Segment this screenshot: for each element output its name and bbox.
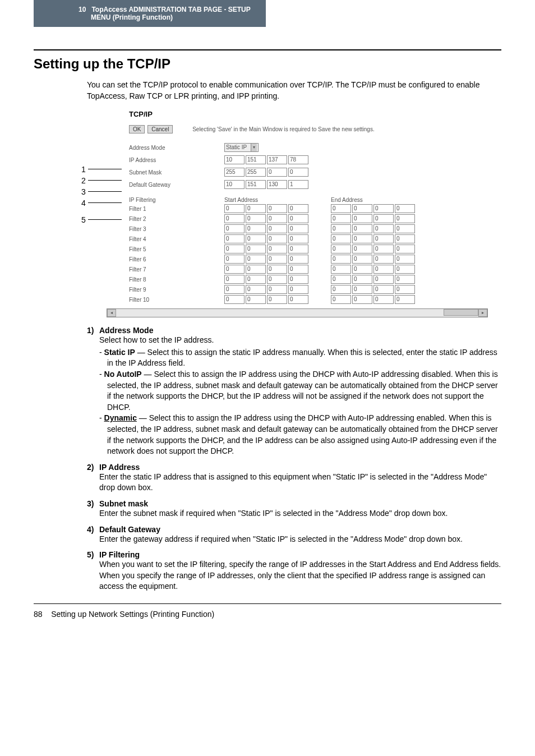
filter-end-octet[interactable]: 0: [352, 295, 372, 304]
filter-start-octet[interactable]: 0: [288, 214, 308, 223]
ip-octet-3[interactable]: 137: [267, 155, 287, 164]
filter-start-octet[interactable]: 0: [267, 245, 287, 253]
filter-end-octet[interactable]: 0: [395, 224, 415, 233]
filter-end-octet[interactable]: 0: [373, 275, 394, 284]
filter-start-octet[interactable]: 0: [246, 224, 266, 233]
filter-end-octet[interactable]: 0: [373, 234, 394, 243]
filter-start-octet[interactable]: 0: [246, 265, 266, 274]
filter-end-octet[interactable]: 0: [373, 204, 394, 213]
filter-start-octet[interactable]: 0: [288, 285, 308, 294]
horizontal-scrollbar[interactable]: ◂ ▸: [107, 308, 488, 317]
filter-end-octet[interactable]: 0: [331, 245, 351, 253]
filter-end-octet[interactable]: 0: [331, 234, 351, 243]
subnet-octet-3[interactable]: 0: [267, 168, 287, 177]
filter-end-octet[interactable]: 0: [331, 265, 351, 274]
filter-start-octet[interactable]: 0: [288, 275, 308, 284]
filter-start-octet[interactable]: 0: [224, 265, 245, 274]
filter-start-octet[interactable]: 0: [246, 245, 266, 253]
address-mode-select[interactable]: Static IP ▾: [224, 143, 259, 152]
filter-end-octet[interactable]: 0: [395, 275, 415, 284]
filter-end-octet[interactable]: 0: [395, 245, 415, 253]
filter-end-octet[interactable]: 0: [331, 255, 351, 264]
filter-end-octet[interactable]: 0: [395, 204, 415, 213]
filter-end-octet[interactable]: 0: [373, 265, 394, 274]
filter-start-octet[interactable]: 0: [288, 295, 308, 304]
filter-start-octet[interactable]: 0: [267, 275, 287, 284]
filter-start-octet[interactable]: 0: [224, 295, 245, 304]
filter-start-octet[interactable]: 0: [288, 265, 308, 274]
filter-start-octet[interactable]: 0: [288, 245, 308, 253]
filter-end-octet[interactable]: 0: [331, 285, 351, 294]
filter-start-octet[interactable]: 0: [267, 285, 287, 294]
filter-end-octet[interactable]: 0: [352, 234, 372, 243]
filter-end-octet[interactable]: 0: [373, 214, 394, 223]
gw-octet-1[interactable]: 10: [224, 180, 245, 189]
filter-end-octet[interactable]: 0: [352, 224, 372, 233]
subnet-octet-2[interactable]: 255: [246, 168, 266, 177]
subnet-octet-1[interactable]: 255: [224, 168, 245, 177]
gw-octet-3[interactable]: 130: [267, 180, 287, 189]
filter-end-octet[interactable]: 0: [373, 224, 394, 233]
filter-end-octet[interactable]: 0: [352, 255, 372, 264]
filter-start-octet[interactable]: 0: [267, 204, 287, 213]
scroll-thumb[interactable]: [444, 309, 478, 316]
filter-end-octet[interactable]: 0: [352, 204, 372, 213]
subnet-octet-4[interactable]: 0: [288, 168, 308, 177]
filter-start-octet[interactable]: 0: [267, 214, 287, 223]
filter-start-octet[interactable]: 0: [267, 234, 287, 243]
filter-start-octet[interactable]: 0: [246, 285, 266, 294]
filter-start-octet[interactable]: 0: [288, 255, 308, 264]
filter-end-octet[interactable]: 0: [331, 275, 351, 284]
scroll-left-icon[interactable]: ◂: [107, 309, 116, 317]
ip-octet-1[interactable]: 10: [224, 155, 245, 164]
filter-start-octet[interactable]: 0: [288, 224, 308, 233]
filter-end-octet[interactable]: 0: [331, 214, 351, 223]
filter-start-octet[interactable]: 0: [224, 204, 245, 213]
filter-end-octet[interactable]: 0: [395, 295, 415, 304]
ip-octet-2[interactable]: 151: [246, 155, 266, 164]
filter-end-octet[interactable]: 0: [373, 245, 394, 253]
filter-start-octet[interactable]: 0: [224, 255, 245, 264]
gw-octet-4[interactable]: 1: [288, 180, 308, 189]
filter-start-octet[interactable]: 0: [288, 234, 308, 243]
filter-end-octet[interactable]: 0: [395, 214, 415, 223]
filter-start-octet[interactable]: 0: [224, 285, 245, 294]
filter-start-octet[interactable]: 0: [246, 275, 266, 284]
filter-end-octet[interactable]: 0: [373, 295, 394, 304]
filter-start-octet[interactable]: 0: [267, 224, 287, 233]
filter-start-octet[interactable]: 0: [288, 204, 308, 213]
filter-start-octet[interactable]: 0: [267, 255, 287, 264]
filter-start-octet[interactable]: 0: [246, 295, 266, 304]
filter-end-octet[interactable]: 0: [373, 285, 394, 294]
filter-end-octet[interactable]: 0: [352, 245, 372, 253]
ok-button[interactable]: OK: [129, 125, 145, 133]
filter-end-octet[interactable]: 0: [373, 255, 394, 264]
cancel-button[interactable]: Cancel: [147, 125, 173, 133]
filter-start-octet[interactable]: 0: [246, 214, 266, 223]
filter-start-octet[interactable]: 0: [224, 214, 245, 223]
filter-end-octet[interactable]: 0: [331, 295, 351, 304]
filter-start-octet[interactable]: 0: [246, 234, 266, 243]
filter-start-octet[interactable]: 0: [224, 275, 245, 284]
filter-end-octet[interactable]: 0: [352, 285, 372, 294]
filter-end-octet[interactable]: 0: [395, 265, 415, 274]
filter-start-octet[interactable]: 0: [224, 245, 245, 253]
filter-start-octet[interactable]: 0: [224, 224, 245, 233]
filter-end-octet[interactable]: 0: [395, 255, 415, 264]
filter-end-octet[interactable]: 0: [395, 285, 415, 294]
filter-end-octet[interactable]: 0: [352, 275, 372, 284]
scroll-right-icon[interactable]: ▸: [478, 309, 487, 317]
filter-end-octet[interactable]: 0: [352, 265, 372, 274]
desc-number: 3): [87, 499, 99, 508]
filter-end-octet[interactable]: 0: [331, 204, 351, 213]
ip-octet-4[interactable]: 78: [288, 155, 308, 164]
filter-end-octet[interactable]: 0: [395, 234, 415, 243]
filter-start-octet[interactable]: 0: [246, 255, 266, 264]
filter-end-octet[interactable]: 0: [331, 224, 351, 233]
filter-start-octet[interactable]: 0: [267, 295, 287, 304]
gw-octet-2[interactable]: 151: [246, 180, 266, 189]
filter-start-octet[interactable]: 0: [224, 234, 245, 243]
filter-end-octet[interactable]: 0: [352, 214, 372, 223]
filter-start-octet[interactable]: 0: [246, 204, 266, 213]
filter-start-octet[interactable]: 0: [267, 265, 287, 274]
